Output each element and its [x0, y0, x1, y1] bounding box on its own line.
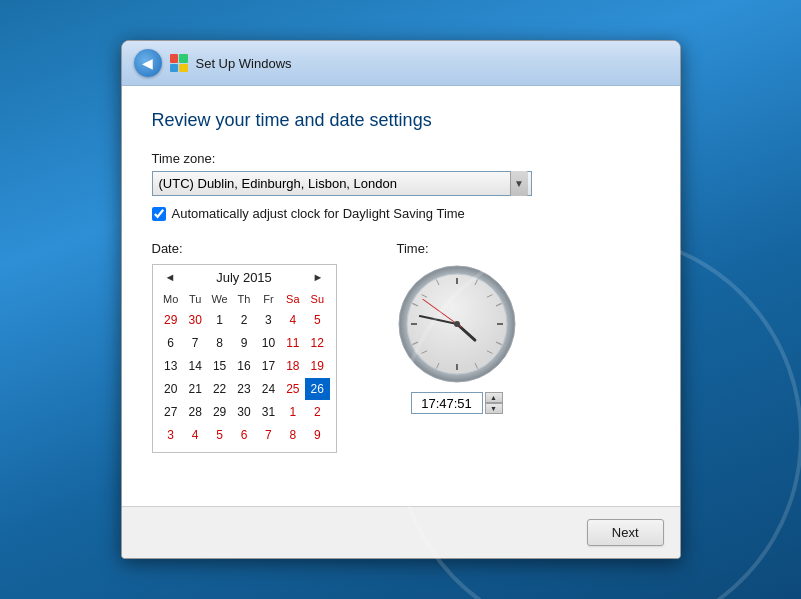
- win-icon-blue: [170, 64, 179, 73]
- table-row[interactable]: 30: [232, 401, 256, 423]
- table-row[interactable]: 8: [207, 332, 231, 354]
- table-row[interactable]: 20: [159, 378, 183, 400]
- table-row[interactable]: 19: [305, 355, 329, 377]
- table-row[interactable]: 14: [183, 355, 207, 377]
- table-row[interactable]: 30: [183, 309, 207, 331]
- svg-line-10: [486, 351, 492, 354]
- svg-point-1: [407, 274, 507, 374]
- table-row[interactable]: 1: [207, 309, 231, 331]
- timezone-select[interactable]: (UTC) Dublin, Edinburgh, Lisbon, London …: [152, 171, 532, 196]
- table-row[interactable]: 28: [183, 401, 207, 423]
- cal-week-1: 29 30 1 2 3 4 5: [159, 309, 330, 331]
- table-row[interactable]: 3: [256, 309, 280, 331]
- table-row[interactable]: 4: [281, 309, 305, 331]
- time-section: Time:: [397, 241, 517, 414]
- window-title: Set Up Windows: [196, 56, 292, 71]
- table-row[interactable]: 6: [159, 332, 183, 354]
- cal-week-5: 27 28 29 30 31 1 2: [159, 401, 330, 423]
- time-label: Time:: [397, 241, 517, 256]
- table-row[interactable]: 15: [207, 355, 231, 377]
- setup-window: ◀ Set Up Windows Review your time and da…: [121, 40, 681, 559]
- time-spin-down-button[interactable]: ▼: [485, 403, 503, 414]
- win-icon-yellow: [179, 64, 188, 73]
- cal-week-6: 3 4 5 6 7 8 9: [159, 424, 330, 446]
- time-input[interactable]: [411, 392, 483, 414]
- table-row[interactable]: 9: [232, 332, 256, 354]
- back-arrow-icon: ◀: [142, 55, 153, 71]
- calendar-header: ◄ July 2015 ►: [153, 265, 336, 289]
- table-row[interactable]: 2: [232, 309, 256, 331]
- content-area: Review your time and date settings Time …: [122, 86, 680, 506]
- table-row[interactable]: 13: [159, 355, 183, 377]
- table-row[interactable]: 3: [159, 424, 183, 446]
- win-icon-red: [170, 54, 179, 63]
- table-row[interactable]: 31: [256, 401, 280, 423]
- time-spin-up-button[interactable]: ▲: [485, 392, 503, 403]
- selected-date-cell[interactable]: 26: [305, 378, 329, 400]
- svg-line-13: [421, 351, 427, 354]
- next-button[interactable]: Next: [587, 519, 664, 546]
- daylight-saving-row: Automatically adjust clock for Daylight …: [152, 206, 650, 221]
- table-row[interactable]: 11: [281, 332, 305, 354]
- cal-day-fr: Fr: [256, 291, 280, 307]
- table-row[interactable]: 23: [232, 378, 256, 400]
- footer: Next: [122, 506, 680, 558]
- cal-week-2: 6 7 8 9 10 11 12: [159, 332, 330, 354]
- time-input-row: ▲ ▼: [411, 392, 503, 414]
- back-button[interactable]: ◀: [134, 49, 162, 77]
- cal-day-mo: Mo: [159, 291, 183, 307]
- table-row[interactable]: 7: [256, 424, 280, 446]
- table-row[interactable]: 5: [305, 309, 329, 331]
- table-row[interactable]: 8: [281, 424, 305, 446]
- svg-line-7: [486, 295, 492, 298]
- date-label: Date:: [152, 241, 337, 256]
- table-row[interactable]: 25: [281, 378, 305, 400]
- page-heading: Review your time and date settings: [152, 110, 650, 131]
- cal-day-su: Su: [305, 291, 329, 307]
- cal-day-we: We: [207, 291, 231, 307]
- cal-grid: Mo Tu We Th Fr Sa Su 29 30: [153, 289, 336, 452]
- date-section: Date: ◄ July 2015 ► Mo Tu We Th Fr: [152, 241, 337, 453]
- timezone-select-wrapper: (UTC) Dublin, Edinburgh, Lisbon, London …: [152, 171, 532, 196]
- table-row[interactable]: 21: [183, 378, 207, 400]
- table-row[interactable]: 9: [305, 424, 329, 446]
- table-row[interactable]: 5: [207, 424, 231, 446]
- table-row[interactable]: 12: [305, 332, 329, 354]
- win-icon-green: [179, 54, 188, 63]
- daylight-saving-checkbox[interactable]: [152, 207, 166, 221]
- svg-line-11: [475, 363, 478, 369]
- table-row[interactable]: 2: [305, 401, 329, 423]
- cal-day-sa: Sa: [281, 291, 305, 307]
- cal-week-4: 20 21 22 23 24 25 26: [159, 378, 330, 400]
- table-row[interactable]: 7: [183, 332, 207, 354]
- table-row[interactable]: 16: [232, 355, 256, 377]
- table-row[interactable]: 18: [281, 355, 305, 377]
- cal-days-header: Mo Tu We Th Fr Sa Su: [159, 291, 330, 307]
- table-row[interactable]: 1: [281, 401, 305, 423]
- svg-line-8: [496, 303, 502, 306]
- timezone-label: Time zone:: [152, 151, 650, 166]
- title-bar: ◀ Set Up Windows: [122, 41, 680, 86]
- table-row[interactable]: 27: [159, 401, 183, 423]
- cal-month-year: July 2015: [216, 270, 272, 285]
- table-row[interactable]: 10: [256, 332, 280, 354]
- table-row[interactable]: 6: [232, 424, 256, 446]
- table-row[interactable]: 4: [183, 424, 207, 446]
- table-row[interactable]: 29: [159, 309, 183, 331]
- cal-next-button[interactable]: ►: [309, 269, 328, 285]
- svg-point-21: [454, 321, 460, 327]
- table-row[interactable]: 24: [256, 378, 280, 400]
- time-spinners: ▲ ▼: [485, 392, 503, 414]
- cal-day-tu: Tu: [183, 291, 207, 307]
- calendar: ◄ July 2015 ► Mo Tu We Th Fr Sa Su: [152, 264, 337, 453]
- svg-line-9: [496, 342, 502, 345]
- cal-day-th: Th: [232, 291, 256, 307]
- table-row[interactable]: 17: [256, 355, 280, 377]
- table-row[interactable]: 29: [207, 401, 231, 423]
- table-row[interactable]: 22: [207, 378, 231, 400]
- cal-week-3: 13 14 15 16 17 18 19: [159, 355, 330, 377]
- cal-weeks: 29 30 1 2 3 4 5 6 7: [159, 309, 330, 446]
- cal-prev-button[interactable]: ◄: [161, 269, 180, 285]
- daylight-saving-label: Automatically adjust clock for Daylight …: [172, 206, 465, 221]
- clock-container: ▲ ▼: [397, 264, 517, 414]
